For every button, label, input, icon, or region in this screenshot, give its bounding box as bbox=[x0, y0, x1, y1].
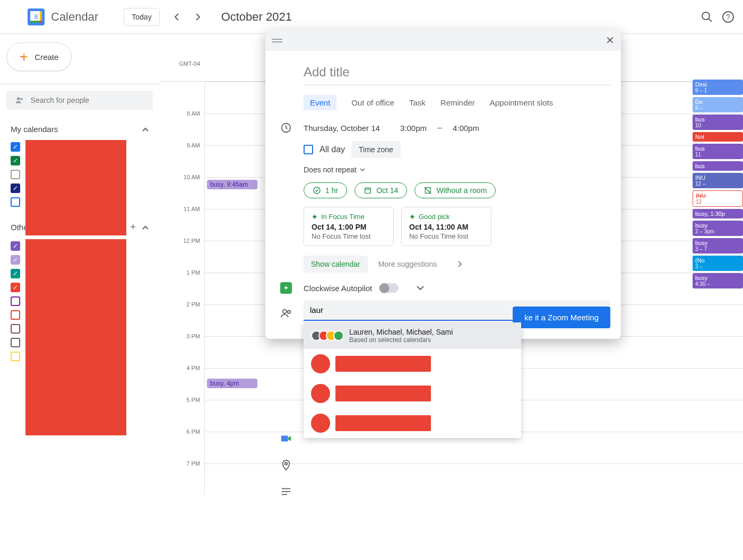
calendar-checkbox[interactable] bbox=[11, 241, 20, 251]
svg-rect-4 bbox=[40, 21, 42, 23]
my-calendars-list bbox=[6, 140, 153, 209]
repeat-dropdown[interactable]: Does not repeat bbox=[304, 165, 610, 174]
peek-event[interactable]: De9 – bbox=[693, 97, 743, 112]
peek-event[interactable]: bus10 bbox=[693, 115, 743, 130]
create-label: Create bbox=[34, 52, 58, 62]
my-calendars-label: My calendars bbox=[11, 125, 58, 134]
quick-options-row: 1 hrOct 14Without a room bbox=[304, 182, 610, 198]
start-time[interactable]: 3:00pm bbox=[400, 124, 427, 133]
peek-event[interactable]: busy, 1:30p bbox=[693, 209, 743, 218]
calendar-checkbox[interactable] bbox=[11, 324, 20, 334]
quick-pill[interactable]: 1 hr bbox=[304, 182, 347, 198]
guest-suggestion-redacted[interactable] bbox=[304, 379, 521, 408]
search-people-input[interactable] bbox=[6, 91, 153, 110]
tab-out-of-office[interactable]: Out of office bbox=[351, 95, 394, 110]
calendar-checkbox[interactable] bbox=[11, 352, 20, 361]
suggestion-sub: Based on selected calendars bbox=[349, 336, 453, 344]
repeat-label: Does not repeat bbox=[304, 165, 357, 174]
next-button[interactable] bbox=[189, 8, 206, 25]
all-day-checkbox[interactable] bbox=[304, 145, 313, 154]
event-date[interactable]: Thursday, October 14 bbox=[304, 124, 380, 133]
modal-header[interactable]: ✕ bbox=[265, 30, 621, 51]
time-suggestion-card[interactable]: ★Good pickOct 14, 11:00 AMNo Focus Time … bbox=[401, 207, 491, 246]
tab-task[interactable]: Task bbox=[409, 95, 426, 110]
peek-event[interactable]: INU12 bbox=[693, 190, 743, 207]
prev-button[interactable] bbox=[168, 8, 185, 25]
calendar-checkbox[interactable] bbox=[11, 170, 20, 179]
calendar-checkbox[interactable] bbox=[11, 283, 20, 292]
peek-event[interactable]: busy2 – 3pm bbox=[693, 221, 743, 236]
chevron-down-icon bbox=[360, 168, 365, 171]
calendar-checkbox[interactable] bbox=[11, 269, 20, 278]
timezone-button[interactable]: Time zone bbox=[351, 141, 401, 158]
hour-label: 11 AM bbox=[159, 206, 204, 238]
today-button[interactable]: Today bbox=[124, 8, 159, 26]
guest-suggestions-dropdown: Lauren, Michael, Michael, Sami Based on … bbox=[304, 322, 521, 438]
calendar-checkbox[interactable] bbox=[11, 183, 20, 193]
peek-event[interactable]: bus11 bbox=[693, 144, 743, 159]
search-people-field[interactable] bbox=[31, 96, 144, 104]
time-suggestion-card[interactable]: ★In Focus TimeOct 14, 1:00 PMNo Focus Ti… bbox=[304, 207, 394, 246]
guest-suggestion-redacted[interactable] bbox=[304, 408, 521, 438]
all-day-row: All day Time zone bbox=[304, 141, 610, 158]
quick-pill[interactable]: Without a room bbox=[414, 182, 496, 198]
calendar-checkbox[interactable] bbox=[11, 142, 20, 152]
quick-pill[interactable]: Oct 14 bbox=[355, 182, 407, 198]
more-suggestions-button[interactable]: More suggestions bbox=[378, 260, 463, 268]
show-calendar-button[interactable]: Show calendar bbox=[304, 256, 368, 273]
tab-event[interactable]: Event bbox=[304, 95, 336, 110]
video-icon[interactable] bbox=[280, 433, 292, 444]
svg-point-18 bbox=[283, 309, 287, 313]
app-header: 8 Calendar Today October 2021 ? bbox=[0, 0, 743, 34]
guest-suggestion-item[interactable]: Lauren, Michael, Michael, Sami Based on … bbox=[304, 322, 521, 349]
datetime-row[interactable]: Thursday, October 14 3:00pm – 4:00pm bbox=[304, 123, 610, 133]
clockwise-toggle[interactable] bbox=[379, 283, 399, 293]
zoom-meeting-button[interactable]: ke it a Zoom Meeting bbox=[513, 307, 610, 328]
peek-event[interactable]: busy4:30 – bbox=[693, 273, 743, 288]
hour-label bbox=[159, 78, 204, 110]
hour-label: 3 PM bbox=[159, 333, 204, 365]
tab-reminder[interactable]: Reminder bbox=[440, 95, 475, 110]
peek-event[interactable]: (No3 – bbox=[693, 256, 743, 271]
guest-suggestion-redacted[interactable] bbox=[304, 349, 521, 379]
chevron-down-icon[interactable] bbox=[417, 286, 424, 290]
calendar-event[interactable]: busy, 4pm bbox=[207, 379, 257, 388]
hour-label: 5 PM bbox=[159, 397, 204, 428]
peek-event[interactable]: busy3 – 7 bbox=[693, 238, 743, 253]
calendar-checkbox[interactable] bbox=[11, 255, 20, 265]
calendar-checkbox[interactable] bbox=[11, 310, 20, 320]
drag-handle-icon[interactable] bbox=[272, 39, 282, 42]
calendar-event[interactable]: busy, 9:45am bbox=[207, 180, 257, 189]
clock-icon bbox=[280, 122, 292, 134]
calendar-checkbox[interactable] bbox=[11, 197, 20, 207]
peek-event[interactable]: INU12 – bbox=[693, 173, 743, 188]
location-icon[interactable] bbox=[280, 459, 292, 471]
create-button[interactable]: + Create bbox=[6, 42, 72, 71]
peek-event[interactable]: Not bbox=[693, 132, 743, 142]
my-calendars-header[interactable]: My calendars bbox=[6, 122, 153, 136]
calendar-checkbox[interactable] bbox=[11, 296, 20, 306]
tab-appointment-slots[interactable]: Appointment slots bbox=[490, 95, 553, 110]
search-icon[interactable] bbox=[701, 11, 713, 23]
clockwise-label: Clockwise Autopilot bbox=[304, 284, 372, 293]
hamburger-menu-icon[interactable] bbox=[8, 11, 21, 23]
event-title-input[interactable] bbox=[304, 62, 610, 85]
end-time[interactable]: 4:00pm bbox=[453, 124, 479, 133]
suggestion-actions: Show calendar More suggestions bbox=[304, 256, 610, 273]
peek-event[interactable]: bus bbox=[693, 161, 743, 171]
chevron-right-icon bbox=[458, 261, 462, 267]
hour-label: 7 PM bbox=[159, 460, 204, 492]
app-logo[interactable]: 8 Calendar bbox=[25, 6, 98, 28]
help-icon[interactable]: ? bbox=[722, 11, 735, 23]
calendar-checkbox[interactable] bbox=[11, 156, 20, 165]
add-calendar-icon[interactable]: + bbox=[130, 222, 136, 233]
calendar-checkbox[interactable] bbox=[11, 338, 20, 347]
time-suggestions-row: ★In Focus TimeOct 14, 1:00 PMNo Focus Ti… bbox=[304, 207, 610, 246]
description-icon[interactable] bbox=[280, 486, 292, 497]
close-icon[interactable]: ✕ bbox=[606, 34, 615, 47]
people-icon bbox=[15, 95, 24, 106]
calendar-logo-icon: 8 bbox=[25, 6, 47, 28]
svg-text:8: 8 bbox=[34, 13, 38, 21]
hour-label: 12 PM bbox=[159, 238, 204, 269]
peek-event[interactable]: Desi9 – 1 bbox=[693, 80, 743, 95]
